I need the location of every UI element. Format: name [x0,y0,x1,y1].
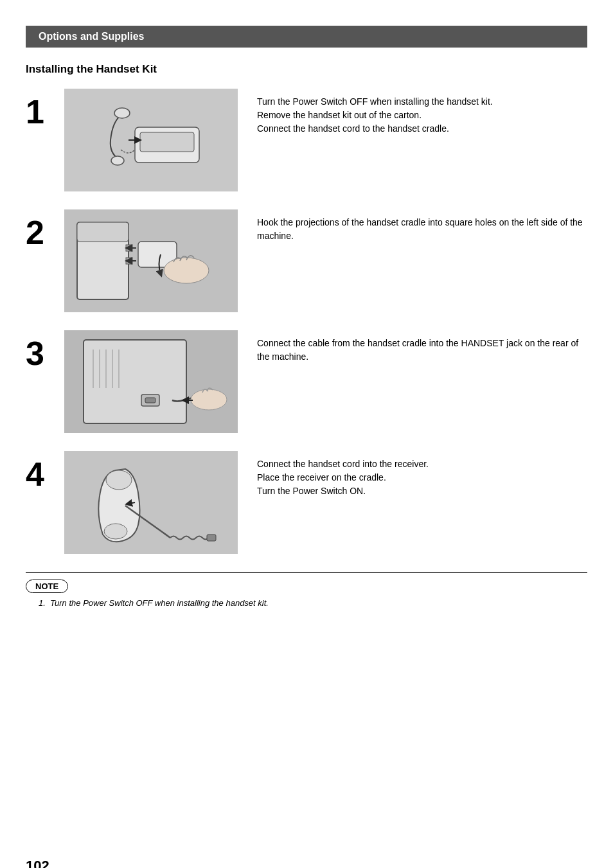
svg-point-14 [164,258,209,283]
step-text-1: Turn the Power Switch OFF when installin… [257,95,587,136]
svg-point-3 [114,108,130,118]
step-number-4: 4 [26,457,64,491]
step-row-1: 1 [26,89,587,191]
note-item-1: 1. Turn the Power Switch OFF when instal… [39,598,587,608]
step-text-2: Hook the projections of the handset crad… [257,216,587,243]
step-number-3: 3 [26,337,64,370]
step-text-3: Connect the cable from the handset cradl… [257,337,587,364]
svg-rect-23 [145,398,155,403]
note-label: NOTE [26,580,68,593]
step-row-2: 2 [26,209,587,312]
step-image-3 [64,330,238,433]
step-number-2: 2 [26,216,64,249]
svg-rect-8 [77,222,129,242]
step-text-4: Connect the handset cord into the receiv… [257,457,587,498]
section-title: Installing the Handset Kit [26,63,587,76]
svg-point-28 [104,524,127,539]
svg-rect-16 [84,340,186,423]
step-number-1: 1 [26,95,64,128]
svg-point-24 [191,389,227,410]
header-bar: Options and Supplies [26,26,587,48]
step-image-4 [64,451,238,554]
header-title: Options and Supplies [39,31,144,42]
page-container: Options and Supplies Installing the Hand… [0,26,613,868]
step-image-2 [64,209,238,312]
svg-rect-2 [140,132,194,152]
svg-point-4 [111,156,124,165]
step-row-3: 3 [26,330,587,433]
page-number: 102 [26,858,49,868]
svg-point-27 [106,470,132,490]
note-section: NOTE 1. Turn the Power Switch OFF when i… [26,572,587,608]
step-image-1 [64,89,238,191]
steps-container: 1 [26,89,587,554]
svg-rect-30 [207,535,216,541]
step-row-4: 4 [26,451,587,554]
